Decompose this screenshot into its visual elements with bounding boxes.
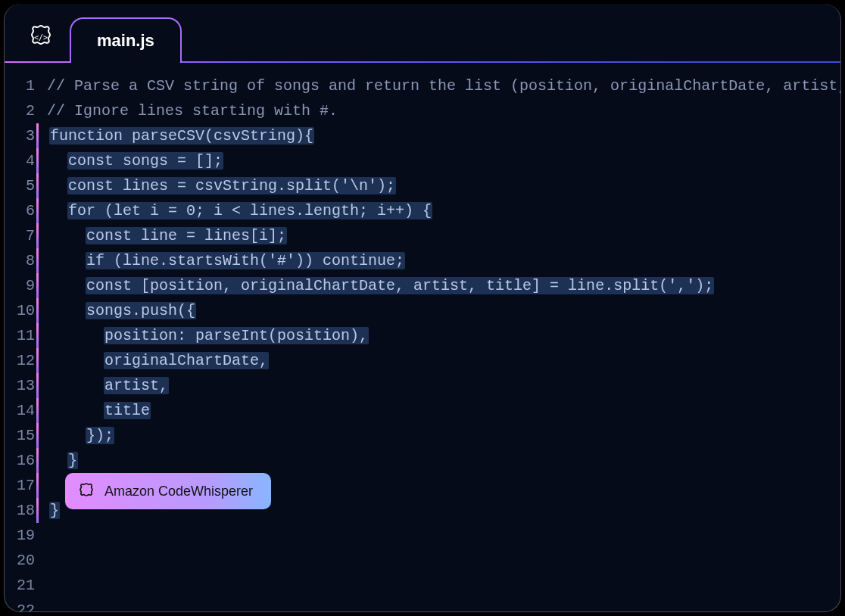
line-number: 15: [12, 423, 35, 448]
code-line[interactable]: const [position, originalChartDate, arti…: [47, 273, 841, 298]
codewhisperer-label: Amazon CodeWhisperer: [104, 484, 253, 499]
codewhisperer-badge[interactable]: Amazon CodeWhisperer: [65, 473, 271, 509]
code-line[interactable]: [47, 573, 841, 598]
editor-panel: </> main.js 1234567891011121314151617181…: [4, 4, 841, 612]
line-number: 8: [12, 248, 35, 273]
code-line[interactable]: }: [47, 448, 841, 473]
line-number: 17: [12, 473, 35, 498]
codewhisperer-cog-icon: [77, 482, 95, 500]
code-line[interactable]: // Ignore lines starting with #.: [47, 98, 841, 123]
code-line[interactable]: position: parseInt(position),: [47, 323, 841, 348]
code-line[interactable]: [47, 523, 841, 548]
line-number: 5: [12, 173, 35, 198]
code-line[interactable]: for (let i = 0; i < lines.length; i++) {: [47, 198, 841, 223]
code-line[interactable]: artist,: [47, 373, 841, 398]
code-content[interactable]: // Parse a CSV string of songs and retur…: [47, 73, 841, 612]
code-line[interactable]: [47, 548, 841, 573]
line-number: 4: [12, 148, 35, 173]
code-line[interactable]: const songs = [];: [47, 148, 841, 173]
code-line[interactable]: });: [47, 423, 841, 448]
code-line[interactable]: [47, 598, 841, 612]
line-number: 21: [12, 573, 35, 598]
code-line[interactable]: if (line.startsWith('#')) continue;: [47, 248, 841, 273]
tab-label: main.js: [97, 31, 154, 51]
line-number: 2: [12, 98, 35, 123]
svg-text:</>: </>: [34, 33, 48, 42]
code-line[interactable]: function parseCSV(csvString){: [47, 123, 841, 148]
code-line[interactable]: const line = lines[i];: [47, 223, 841, 248]
line-number: 3: [12, 123, 35, 148]
app-cog-icon: </>: [27, 23, 55, 51]
code-line[interactable]: originalChartDate,: [47, 348, 841, 373]
code-line[interactable]: title: [47, 398, 841, 423]
code-area[interactable]: 12345678910111213141516171819202122 // P…: [5, 63, 840, 612]
code-line[interactable]: // Parse a CSV string of songs and retur…: [47, 73, 841, 98]
line-number: 13: [12, 373, 35, 398]
code-line[interactable]: const lines = csvString.split('\n');: [47, 173, 841, 198]
line-number: 1: [12, 73, 35, 98]
line-number: 11: [12, 323, 35, 348]
line-number: 14: [12, 398, 35, 423]
code-line[interactable]: songs.push({: [47, 298, 841, 323]
line-number: 9: [12, 273, 35, 298]
line-number: 12: [12, 348, 35, 373]
line-number: 22: [12, 598, 35, 612]
line-number: 10: [12, 298, 35, 323]
line-number: 7: [12, 223, 35, 248]
line-number: 20: [12, 548, 35, 573]
line-number: 18: [12, 498, 35, 523]
line-number: 19: [12, 523, 35, 548]
tab-main-js[interactable]: main.js: [70, 17, 182, 63]
tab-bar: </> main.js: [5, 4, 840, 63]
line-number: 16: [12, 448, 35, 473]
line-number: 6: [12, 198, 35, 223]
